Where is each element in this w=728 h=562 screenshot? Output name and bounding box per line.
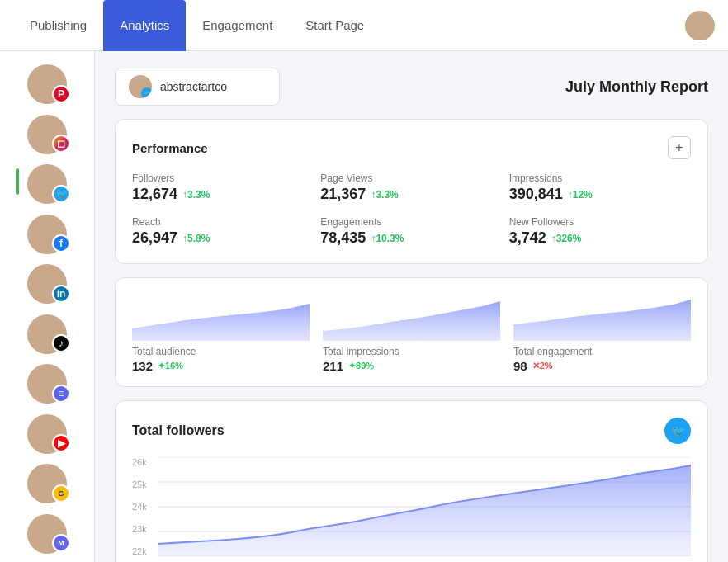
nav-publishing-label: Publishing bbox=[30, 18, 87, 32]
instagram-icon: ◻ bbox=[52, 135, 70, 153]
mini-chart-audience: Total audience 132 ✦16% bbox=[132, 291, 310, 373]
tiktok-icon: ♪ bbox=[52, 334, 70, 352]
svg-point-4 bbox=[39, 120, 55, 136]
pinterest-icon: P bbox=[52, 85, 70, 103]
y-label-22k: 22k bbox=[132, 546, 147, 556]
svg-point-20 bbox=[39, 519, 55, 536]
metric-followers-label: Followers bbox=[132, 172, 314, 184]
content-area: 🐦 abstractartco July Monthly Report Perf… bbox=[95, 51, 728, 562]
followers-title: Total followers bbox=[132, 423, 225, 438]
performance-card-header: Performance + bbox=[132, 136, 691, 159]
engagement-chart-svg bbox=[513, 291, 691, 341]
metrics-grid: Followers 12,674 ↑3.3% Page Views 21,367… bbox=[132, 172, 691, 247]
metric-new-followers-value: 3,742 bbox=[509, 229, 546, 247]
mini-chart-impressions: Total impressions 211 ✦89% bbox=[323, 291, 500, 373]
metric-engagements-change: ↑10.3% bbox=[371, 233, 404, 244]
y-label-24k: 24k bbox=[132, 502, 147, 512]
metric-reach: Reach 26,947 ↑5.8% bbox=[132, 216, 314, 247]
impressions-chart-change: ✦89% bbox=[348, 361, 374, 371]
metric-pageviews-value: 21,367 bbox=[320, 186, 366, 203]
sidebar-account-tiktok[interactable]: ♪ bbox=[22, 309, 72, 355]
metric-new-followers-label: New Followers bbox=[509, 216, 691, 228]
nav-item-startpage[interactable]: Start Page bbox=[289, 0, 381, 51]
metric-reach-value: 26,947 bbox=[132, 229, 177, 247]
generic-icon: ≡ bbox=[52, 385, 70, 403]
metric-impressions-label: Impressions bbox=[509, 172, 691, 184]
metric-impressions: Impressions 390,841 ↑12% bbox=[509, 172, 691, 203]
svg-point-18 bbox=[39, 469, 55, 485]
metric-reach-change: ↑5.8% bbox=[182, 233, 210, 244]
nav-item-publishing[interactable]: Publishing bbox=[13, 0, 103, 51]
sidebar-account-google[interactable]: G bbox=[22, 459, 72, 504]
nav-startpage-label: Start Page bbox=[305, 18, 364, 32]
google-icon: G bbox=[52, 484, 70, 503]
mini-charts-card: Total audience 132 ✦16% To bbox=[115, 277, 708, 387]
nav-item-analytics[interactable]: Analytics bbox=[103, 0, 186, 51]
svg-point-0 bbox=[693, 14, 707, 27]
metric-reach-label: Reach bbox=[132, 216, 314, 228]
svg-point-16 bbox=[39, 419, 55, 436]
metric-followers: Followers 12,674 ↑3.3% bbox=[132, 172, 314, 203]
followers-chart-area: 26k 25k 24k 23k 22k bbox=[132, 457, 691, 556]
sidebar-account-mastodon[interactable]: M bbox=[22, 509, 72, 555]
account-name: abstractartco bbox=[160, 80, 227, 93]
twitter-icon: 🐦 bbox=[52, 185, 70, 203]
engagement-chart-value: 98 bbox=[513, 359, 527, 373]
svg-point-8 bbox=[39, 220, 55, 236]
account-selector-twitter-icon: 🐦 bbox=[141, 87, 152, 98]
svg-point-14 bbox=[39, 369, 55, 385]
nav-item-engagement[interactable]: Engagement bbox=[186, 0, 289, 51]
performance-add-button[interactable]: + bbox=[668, 136, 691, 159]
audience-chart-label: Total audience bbox=[132, 346, 310, 357]
metric-pageviews-change: ↑3.3% bbox=[371, 189, 398, 201]
sidebar-account-pinterest[interactable]: P bbox=[22, 59, 72, 105]
svg-point-22 bbox=[135, 78, 145, 87]
mini-chart-engagement: Total engagement 98 ✕2% bbox=[513, 291, 691, 373]
metric-pageviews: Page Views 21,367 ↑3.3% bbox=[320, 172, 502, 203]
engagement-chart-change: ✕2% bbox=[532, 361, 553, 371]
impressions-chart-svg bbox=[323, 291, 500, 341]
sidebar-account-facebook[interactable]: f bbox=[22, 210, 72, 255]
metric-followers-change: ↑3.3% bbox=[182, 189, 210, 201]
svg-point-1 bbox=[689, 28, 711, 40]
youtube-icon: ▶ bbox=[52, 434, 70, 452]
account-selector-avatar: 🐦 bbox=[129, 75, 152, 98]
report-title: July Monthly Report bbox=[565, 78, 708, 96]
sidebar-account-generic[interactable]: ≡ bbox=[22, 359, 72, 404]
metric-new-followers: New Followers 3,742 ↑326% bbox=[509, 216, 691, 247]
user-avatar[interactable] bbox=[685, 11, 715, 40]
mastodon-icon: M bbox=[52, 534, 70, 552]
performance-card: Performance + Followers 12,674 ↑3.3% Pag… bbox=[115, 119, 708, 264]
sidebar: P ◻ 🐦 f in ♪ ≡ bbox=[0, 51, 95, 562]
impressions-chart-value: 211 bbox=[323, 359, 343, 373]
metric-engagements-value: 78,435 bbox=[320, 229, 366, 247]
metric-pageviews-label: Page Views bbox=[320, 172, 502, 184]
sidebar-account-instagram[interactable]: ◻ bbox=[22, 110, 72, 155]
sidebar-account-linkedin[interactable]: in bbox=[22, 259, 72, 305]
facebook-icon: f bbox=[52, 234, 70, 253]
svg-point-10 bbox=[39, 269, 55, 286]
sidebar-account-twitter[interactable]: 🐦 bbox=[22, 159, 72, 205]
y-label-26k: 26k bbox=[132, 457, 147, 467]
total-followers-card: Total followers 🐦 26k 25k 24k 23k 22k bbox=[115, 400, 708, 562]
followers-chart-svg-container bbox=[158, 457, 691, 556]
followers-card-header: Total followers 🐦 bbox=[132, 418, 691, 444]
y-axis-labels: 26k 25k 24k 23k 22k bbox=[132, 457, 147, 556]
y-label-23k: 23k bbox=[132, 524, 147, 534]
metric-engagements: Engagements 78,435 ↑10.3% bbox=[320, 216, 502, 247]
engagement-chart-label: Total engagement bbox=[513, 346, 691, 357]
svg-point-12 bbox=[39, 319, 55, 336]
impressions-chart-label: Total impressions bbox=[323, 346, 500, 357]
nav-analytics-label: Analytics bbox=[120, 18, 169, 32]
svg-point-6 bbox=[39, 169, 55, 186]
followers-chart-svg bbox=[158, 457, 691, 556]
account-selector[interactable]: 🐦 abstractartco bbox=[115, 68, 280, 106]
metric-engagements-label: Engagements bbox=[320, 216, 502, 228]
sidebar-account-youtube[interactable]: ▶ bbox=[22, 409, 72, 455]
main-layout: P ◻ 🐦 f in ♪ ≡ bbox=[0, 51, 728, 562]
metric-impressions-change: ↑12% bbox=[568, 189, 593, 201]
audience-chart-value: 132 bbox=[132, 359, 153, 373]
twitter-followers-button[interactable]: 🐦 bbox=[664, 418, 691, 444]
metric-impressions-value: 390,841 bbox=[509, 186, 563, 203]
svg-point-2 bbox=[39, 69, 55, 86]
